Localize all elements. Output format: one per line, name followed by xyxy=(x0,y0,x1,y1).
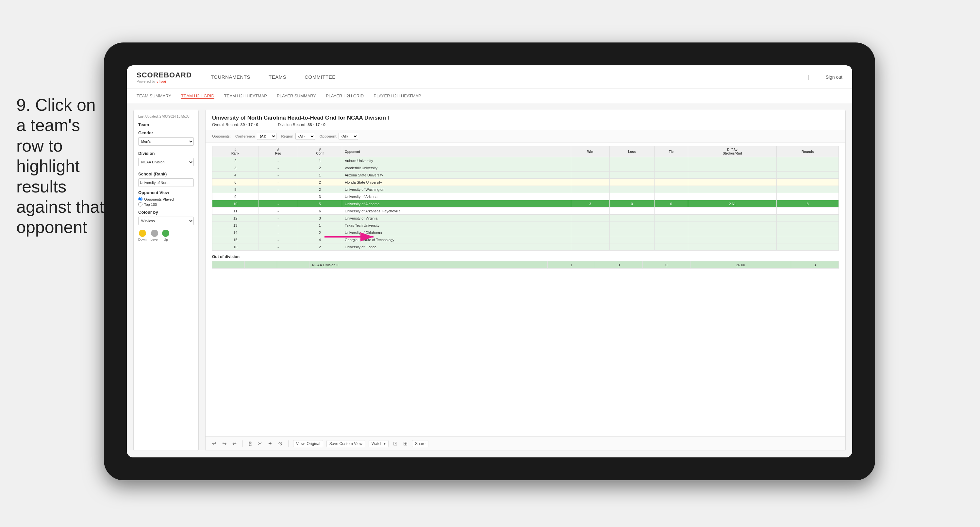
cell-rounds xyxy=(777,236,839,244)
tab-team-h2h-grid[interactable]: TEAM H2H GRID xyxy=(181,93,214,99)
cell-win xyxy=(571,215,609,222)
sidebar-colour-by: Colour by Win/loss Down Level xyxy=(138,210,194,242)
cell-win xyxy=(571,229,609,236)
cell-opponent: University of Oklahoma xyxy=(342,229,571,236)
cell-tie xyxy=(654,229,688,236)
table-row[interactable]: 12-3University of Virginia xyxy=(212,215,839,222)
nav-committee[interactable]: COMMITTEE xyxy=(302,73,338,81)
table-row[interactable]: 9-3University of Arizona xyxy=(212,193,839,200)
cell-rounds xyxy=(777,179,839,186)
cell-conf: 2 xyxy=(298,179,342,186)
nav-tournaments[interactable]: TOURNAMENTS xyxy=(208,73,253,81)
region-label: Region xyxy=(281,134,293,138)
cell-tie xyxy=(654,179,688,186)
sidebar-division-select[interactable]: NCAA Division I xyxy=(138,158,194,166)
redo-btn[interactable]: ↪ xyxy=(221,440,228,447)
table-row[interactable]: 4-1Arizona State University xyxy=(212,172,839,179)
col-rank: #Rank xyxy=(212,146,258,157)
tab-player-h2h-heatmap[interactable]: PLAYER H2H HEATMAP xyxy=(374,93,421,99)
cell-conf: 3 xyxy=(298,215,342,222)
cell-loss xyxy=(609,207,654,215)
cell-tie xyxy=(654,193,688,200)
tab-player-summary[interactable]: PLAYER SUMMARY xyxy=(277,93,316,99)
table-row[interactable]: 10-5University of Alabama3002.618 xyxy=(212,200,839,207)
cell-opponent: University of Alabama xyxy=(342,200,571,207)
settings-btn[interactable]: ✦ xyxy=(267,440,274,447)
view-original-btn[interactable]: View: Original xyxy=(293,440,323,447)
cell-tie xyxy=(654,236,688,244)
conference-filter: Conference (All) xyxy=(235,133,277,140)
cell-conf: 1 xyxy=(298,222,342,229)
share-btn[interactable]: Share xyxy=(412,440,428,447)
copy-btn[interactable]: ⎘ xyxy=(247,440,253,447)
table-row[interactable]: 15-4Georgia Institute of Technology xyxy=(212,236,839,244)
sign-out-button[interactable]: Sign out xyxy=(826,75,842,80)
cell-opponent: University of Virginia xyxy=(342,215,571,222)
table-row[interactable]: 11-6University of Arkansas, Fayetteville xyxy=(212,207,839,215)
table-row[interactable]: 13-1Texas Tech University xyxy=(212,222,839,229)
cell-opponent: University of Washington xyxy=(342,186,571,193)
cell-loss xyxy=(609,186,654,193)
toolbar-icon-1[interactable]: ⊡ xyxy=(392,440,399,447)
save-custom-view-label: Save Custom View xyxy=(329,441,363,446)
undo-btn[interactable]: ↩ xyxy=(211,440,218,447)
ood-diff: 26.00 xyxy=(690,261,791,269)
cell-loss xyxy=(609,164,654,172)
panel-header: University of North Carolina Head-to-Hea… xyxy=(205,110,845,130)
cell-loss xyxy=(609,236,654,244)
col-opponent: Opponent xyxy=(342,146,571,157)
swatch-level: Level xyxy=(151,230,159,242)
cell-rank: 2 xyxy=(212,157,258,164)
cell-rounds xyxy=(777,229,839,236)
cell-conf: 2 xyxy=(298,244,342,251)
swatch-up: Up xyxy=(162,230,169,242)
region-select[interactable]: (All) xyxy=(295,133,315,140)
cell-conf: 4 xyxy=(298,236,342,244)
cell-rounds xyxy=(777,207,839,215)
sidebar-colour-by-select[interactable]: Win/loss xyxy=(138,217,194,225)
out-of-division-row[interactable]: NCAA Division II 1 0 0 26.00 3 xyxy=(212,261,839,269)
back-btn[interactable]: ↩ xyxy=(231,440,238,447)
table-row[interactable]: 14-2University of Oklahoma xyxy=(212,229,839,236)
division-record: Division Record: 88 - 17 - 0 xyxy=(278,123,325,127)
cell-diff xyxy=(688,157,776,164)
table-row[interactable]: 8-2University of Washington xyxy=(212,186,839,193)
cell-opponent: Georgia Institute of Technology xyxy=(342,236,571,244)
opponent-select[interactable]: (All) xyxy=(339,133,358,140)
sidebar-opponent-view: Opponent View Opponents Played Top 100 xyxy=(138,190,194,207)
nav-teams[interactable]: TEAMS xyxy=(266,73,289,81)
cell-reg: - xyxy=(258,222,298,229)
cell-opponent: Texas Tech University xyxy=(342,222,571,229)
cell-diff xyxy=(688,229,776,236)
table-row[interactable]: 2-1Auburn University xyxy=(212,157,839,164)
tab-team-summary[interactable]: TEAM SUMMARY xyxy=(137,93,171,99)
radio-opponents-played[interactable]: Opponents Played xyxy=(138,197,194,201)
col-win: Win xyxy=(571,146,609,157)
table-row[interactable]: 3-2Vanderbilt University xyxy=(212,164,839,172)
cell-tie xyxy=(654,207,688,215)
clock-btn[interactable]: ⊙ xyxy=(277,440,284,447)
radio-top-100[interactable]: Top 100 xyxy=(138,202,194,207)
cell-loss xyxy=(609,222,654,229)
cell-rounds xyxy=(777,157,839,164)
cut-btn[interactable]: ✂ xyxy=(256,440,263,447)
conference-select[interactable]: (All) xyxy=(257,133,277,140)
cell-diff xyxy=(688,222,776,229)
toolbar-icon-2[interactable]: ⊞ xyxy=(402,440,409,447)
tab-player-h2h-grid[interactable]: PLAYER H2H GRID xyxy=(326,93,364,99)
sign-out-sep: | xyxy=(808,75,810,80)
sidebar-gender-select[interactable]: Men's xyxy=(138,137,194,146)
cell-conf: 2 xyxy=(298,164,342,172)
cell-tie xyxy=(654,164,688,172)
out-of-division-label: Out of division xyxy=(212,255,839,259)
table-row[interactable]: 16-2University of Florida xyxy=(212,244,839,251)
save-custom-view-btn[interactable]: Save Custom View xyxy=(326,440,365,447)
tab-team-h2h-heatmap[interactable]: TEAM H2H HEATMAP xyxy=(224,93,267,99)
swatch-level-circle xyxy=(151,230,158,237)
col-conf: #Conf xyxy=(298,146,342,157)
col-diff: Diff AvStrokes/Rnd xyxy=(688,146,776,157)
cell-rank: 12 xyxy=(212,215,258,222)
cell-win xyxy=(571,186,609,193)
watch-btn[interactable]: Watch ▾ xyxy=(369,440,388,447)
table-row[interactable]: 6-2Florida State University xyxy=(212,179,839,186)
